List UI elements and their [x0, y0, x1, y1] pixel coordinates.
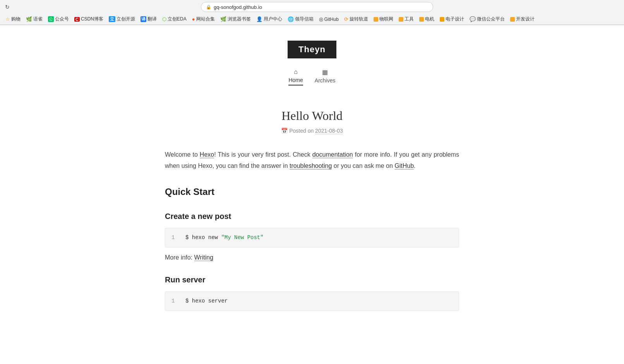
code-content-1: $ hexo new "My New Post" — [185, 233, 264, 243]
more-info-prefix: More info: — [165, 254, 194, 261]
bookmark-devdesign[interactable]: 开发设计 — [508, 15, 537, 23]
main-content: Hello World 📅 Posted on 2021-08-03 Welco… — [157, 93, 467, 331]
create-post-heading: Create a new post — [165, 209, 459, 223]
writing-link[interactable]: Writing — [194, 254, 214, 261]
intro-text-1: Welcome to — [165, 151, 200, 158]
url-text: gq-sonofgod.github.io — [214, 4, 262, 10]
troubleshooting-link[interactable]: troubleshooting — [290, 162, 332, 169]
bookmark-wechat[interactable]: 💬 微信公众平台 — [467, 15, 507, 23]
intro-text-4: or you can ask me on — [332, 162, 394, 169]
bookmark-csdn[interactable]: C CSDN博客 — [72, 15, 106, 23]
code-line-number-1: 1 — [171, 233, 178, 243]
bookmark-github[interactable]: ◎ GitHub — [317, 15, 341, 23]
bookmark-translate[interactable]: 译 翻译 — [138, 15, 159, 23]
nav-home-label: Home — [288, 77, 303, 83]
bookmark-browserbookmarks[interactable]: 🌿 浏览器书签 — [218, 15, 253, 23]
refresh-button[interactable]: ↻ — [4, 3, 11, 10]
bookmarks-bar: ☆ 购物 🌿 语雀 公 公众号 C CSDN博客 立 立创开源 译 翻译 ⬡ 立… — [0, 14, 624, 25]
bookmark-shopping[interactable]: ☆ 购物 — [3, 15, 23, 23]
bookmark-yuque[interactable]: 🌿 语雀 — [24, 15, 45, 23]
run-server-heading: Run server — [165, 273, 459, 287]
nav-archives[interactable]: ▦ Archives — [315, 68, 336, 85]
bookmark-tools[interactable]: 工具 — [396, 15, 416, 23]
hexo-link[interactable]: Hexo — [200, 151, 214, 158]
more-info-writing: More info: Writing — [165, 252, 459, 263]
archives-icon: ▦ — [322, 68, 328, 76]
browser-chrome: ↻ 🔒 gq-sonofgod.github.io ☆ 购物 🌿 语雀 公 公众… — [0, 0, 624, 25]
post-body: Welcome to Hexo! This is your very first… — [165, 149, 459, 311]
github-link[interactable]: GitHub — [394, 162, 414, 169]
intro-text-5: . — [414, 162, 415, 169]
browser-toolbar: ↻ 🔒 gq-sonofgod.github.io — [0, 0, 624, 14]
page-content: Theyn ⌂ Home ▦ Archives Hello World 📅 Po… — [0, 25, 624, 364]
calendar-icon: 📅 — [281, 128, 288, 134]
intro-paragraph: Welcome to Hexo! This is your very first… — [165, 149, 459, 172]
site-nav: ⌂ Home ▦ Archives — [0, 68, 624, 85]
bookmark-electronics[interactable]: 电子设计 — [437, 15, 466, 23]
bookmark-websitecollection[interactable]: ● 网站合集 — [190, 15, 217, 23]
code-string-1: "My New Post" — [221, 234, 263, 241]
bookmark-usercenter[interactable]: 👤 用户中心 — [254, 15, 285, 23]
posted-on-label: Posted on — [289, 128, 314, 134]
post-date[interactable]: 2021-08-03 — [315, 128, 343, 134]
site-title[interactable]: Theyn — [288, 41, 336, 58]
code-content-2: $ hexo server — [185, 296, 228, 306]
nav-home[interactable]: ⌂ Home — [288, 68, 303, 85]
post-meta: 📅 Posted on 2021-08-03 — [165, 128, 459, 134]
quick-start-heading: Quick Start — [165, 183, 459, 200]
site-header: Theyn ⌂ Home ▦ Archives — [0, 25, 624, 93]
create-post-code-block: 1 $ hexo new "My New Post" — [165, 228, 459, 248]
nav-archives-label: Archives — [315, 77, 336, 84]
bookmark-motor[interactable]: 电机 — [417, 15, 437, 23]
bookmark-iot[interactable]: 物联网 — [371, 15, 396, 23]
intro-text-2: ! This is your very first post. Check — [214, 151, 312, 158]
documentation-link[interactable]: documentation — [312, 151, 353, 158]
address-bar[interactable]: 🔒 gq-sonofgod.github.io — [201, 2, 433, 12]
lock-icon: 🔒 — [206, 5, 211, 10]
home-icon: ⌂ — [294, 68, 298, 75]
bookmark-lceda[interactable]: ⬡ 立创EDA — [160, 15, 189, 23]
bookmark-leadermailbox[interactable]: 🌐 领导信箱 — [285, 15, 316, 23]
bookmark-rotation[interactable]: ⟳ 旋转轨道 — [342, 15, 370, 23]
post-title: Hello World — [165, 109, 459, 123]
run-server-code-block: 1 $ hexo server — [165, 291, 459, 311]
code-line-number-2: 1 — [171, 296, 178, 306]
bookmark-gongzhonghao[interactable]: 公 公众号 — [46, 15, 71, 23]
bookmark-lcchuangyuan[interactable]: 立 立创开源 — [106, 15, 137, 23]
